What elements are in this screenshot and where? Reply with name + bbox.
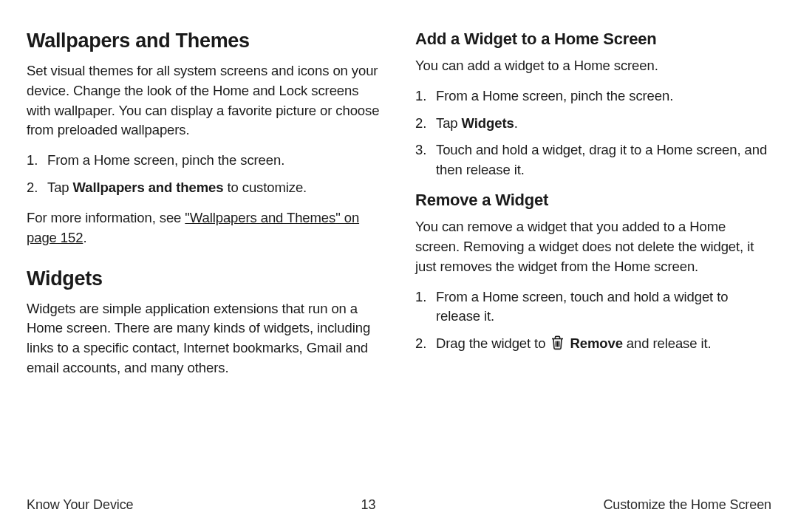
heading-remove-widget: Remove a Widget (415, 191, 771, 210)
heading-widgets: Widgets (27, 267, 383, 290)
remove-widget-steps: From a Home screen, touch and hold a wid… (415, 287, 771, 356)
heading-add-widget: Add a Widget to a Home Screen (415, 30, 771, 49)
bold-wallpapers-themes: Wallpapers and themes (73, 180, 224, 195)
add-step-3: Touch and hold a widget, drag it to a Ho… (415, 140, 771, 180)
wallpapers-intro: Set visual themes for all system screens… (27, 61, 383, 140)
left-column: Wallpapers and Themes Set visual themes … (27, 24, 383, 389)
footer-page-number: 13 (361, 497, 376, 513)
add-widget-steps: From a Home screen, pinch the screen. Ta… (415, 86, 771, 180)
bold-remove: Remove (570, 335, 622, 351)
right-column: Add a Widget to a Home Screen You can ad… (415, 24, 771, 389)
trash-icon (550, 335, 565, 356)
footer-left: Know Your Device (27, 497, 134, 513)
remove-step-2: Drag the widget to Remove and release it… (415, 334, 771, 356)
wallpapers-step-1: From a Home screen, pinch the screen. (27, 151, 383, 171)
wallpapers-step-2: Tap Wallpapers and themes to customize. (27, 178, 383, 198)
more-info-line: For more information, see "Wallpapers an… (27, 208, 383, 248)
add-widget-intro: You can add a widget to a Home screen. (415, 56, 771, 76)
add-step-1: From a Home screen, pinch the screen. (415, 86, 771, 106)
remove-step-1: From a Home screen, touch and hold a wid… (415, 287, 771, 327)
bold-widgets: Widgets (462, 115, 514, 131)
wallpapers-steps: From a Home screen, pinch the screen. Ta… (27, 151, 383, 198)
add-step-2: Tap Widgets. (415, 114, 771, 134)
heading-wallpapers-themes: Wallpapers and Themes (27, 30, 383, 52)
page-footer: Know Your Device 13 Customize the Home S… (27, 497, 771, 513)
remove-widget-intro: You can remove a widget that you added t… (415, 217, 771, 276)
widgets-intro: Widgets are simple application extension… (27, 299, 383, 378)
footer-right: Customize the Home Screen (603, 497, 771, 513)
